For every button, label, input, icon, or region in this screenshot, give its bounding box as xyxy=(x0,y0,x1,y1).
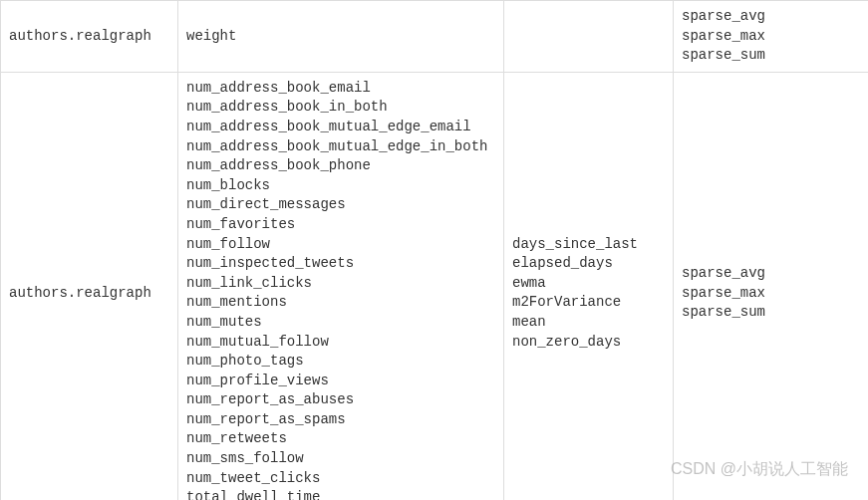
cell-line: num_link_clicks xyxy=(186,274,495,294)
cell-line: num_follow xyxy=(186,235,495,255)
cell-namespace: authors.realgraph xyxy=(1,72,178,500)
cell-line: num_address_book_mutual_edge_in_both xyxy=(186,137,495,157)
cell-line: num_address_book_mutual_edge_email xyxy=(186,118,495,137)
cell-line: weight xyxy=(186,27,495,47)
cell-agg: sparse_avg sparse_max sparse_sum xyxy=(674,72,869,500)
cell-line: sparse_avg xyxy=(682,264,860,284)
cell-feature: weight xyxy=(178,1,504,73)
cell-line: sparse_sum xyxy=(682,303,860,323)
cell-line: num_tweet_clicks xyxy=(186,469,495,489)
cell-line: sparse_sum xyxy=(682,46,860,66)
cell-line: num_report_as_abuses xyxy=(186,390,495,410)
cell-stat xyxy=(504,1,674,73)
cell-line: authors.realgraph xyxy=(9,284,169,304)
cell-line: num_sms_follow xyxy=(186,449,495,469)
cell-feature: num_address_book_email num_address_book_… xyxy=(178,72,504,500)
cell-line: num_address_book_in_both xyxy=(186,98,495,118)
cell-line: non_zero_days xyxy=(512,333,665,353)
cell-line: num_address_book_phone xyxy=(186,156,495,176)
cell-line: num_mutual_follow xyxy=(186,333,495,353)
cell-line: num_favorites xyxy=(186,215,495,235)
cell-line: sparse_avg xyxy=(682,7,860,27)
cell-line: elapsed_days xyxy=(512,254,665,274)
cell-line: num_report_as_spams xyxy=(186,410,495,430)
cell-line: total_dwell_time xyxy=(186,488,495,500)
cell-line: num_retweets xyxy=(186,429,495,449)
cell-line: sparse_max xyxy=(682,284,860,304)
cell-line: num_address_book_email xyxy=(186,79,495,99)
cell-line: num_photo_tags xyxy=(186,352,495,372)
cell-line: sparse_max xyxy=(682,27,860,47)
cell-line: days_since_last xyxy=(512,235,665,255)
cell-line: mean xyxy=(512,313,665,333)
cell-line: num_direct_messages xyxy=(186,195,495,215)
cell-line: ewma xyxy=(512,274,665,294)
cell-line: num_inspected_tweets xyxy=(186,254,495,274)
cell-line: num_profile_views xyxy=(186,372,495,391)
cell-line: authors.realgraph xyxy=(9,27,169,47)
cell-line: num_blocks xyxy=(186,176,495,196)
table-row: authors.realgraph weight sparse_avg spar… xyxy=(1,1,869,73)
table-row: authors.realgraph num_address_book_email… xyxy=(1,72,869,500)
cell-stat: days_since_last elapsed_days ewma m2ForV… xyxy=(504,72,674,500)
cell-line: num_mentions xyxy=(186,293,495,313)
cell-agg: sparse_avg sparse_max sparse_sum xyxy=(674,1,869,73)
cell-namespace: authors.realgraph xyxy=(1,1,178,73)
cell-line: m2ForVariance xyxy=(512,293,665,313)
feature-table: authors.realgraph weight sparse_avg spar… xyxy=(0,0,868,500)
cell-line: num_mutes xyxy=(186,313,495,333)
